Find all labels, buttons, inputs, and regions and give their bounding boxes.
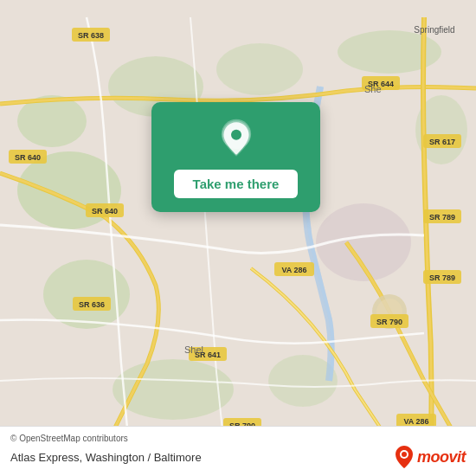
bottom-bar: © OpenStreetMap contributors Atlas Expre… (0, 426, 476, 476)
svg-text:SR 638: SR 638 (78, 31, 104, 40)
take-me-there-button[interactable]: Take me there (174, 170, 299, 198)
svg-text:SR 636: SR 636 (79, 300, 105, 309)
svg-text:Springfield: Springfield (414, 25, 454, 35)
svg-point-44 (231, 130, 241, 140)
svg-point-46 (402, 452, 407, 457)
svg-text:SR 789: SR 789 (429, 273, 455, 282)
app-title: Atlas Express, Washington / Baltimore (10, 451, 202, 464)
map-background: SR 638 SR 644 SR 617 SR 640 SR 640 SR 78… (0, 0, 476, 476)
svg-text:SR 640: SR 640 (15, 153, 41, 162)
svg-text:VA 286: VA 286 (281, 266, 306, 274)
location-pin-icon (215, 118, 257, 159)
moovit-pin-icon (395, 445, 414, 469)
app-info-row: Atlas Express, Washington / Baltimore mo… (10, 445, 466, 469)
svg-text:SR 640: SR 640 (92, 207, 118, 215)
map-container: SR 638 SR 644 SR 617 SR 640 SR 640 SR 78… (0, 0, 476, 476)
moovit-brand-text: moovit (417, 448, 466, 466)
svg-text:She: She (364, 84, 382, 94)
svg-text:SR 617: SR 617 (429, 138, 455, 146)
svg-text:VA 286: VA 286 (403, 417, 428, 426)
svg-text:SR 789: SR 789 (429, 213, 455, 222)
osm-attribution: © OpenStreetMap contributors (10, 434, 466, 443)
svg-text:SR 790: SR 790 (376, 318, 402, 326)
svg-point-4 (216, 43, 303, 95)
tooltip-card: Take me there (151, 102, 320, 212)
moovit-logo: moovit (395, 445, 466, 469)
svg-text:Shel: Shel (184, 344, 203, 355)
